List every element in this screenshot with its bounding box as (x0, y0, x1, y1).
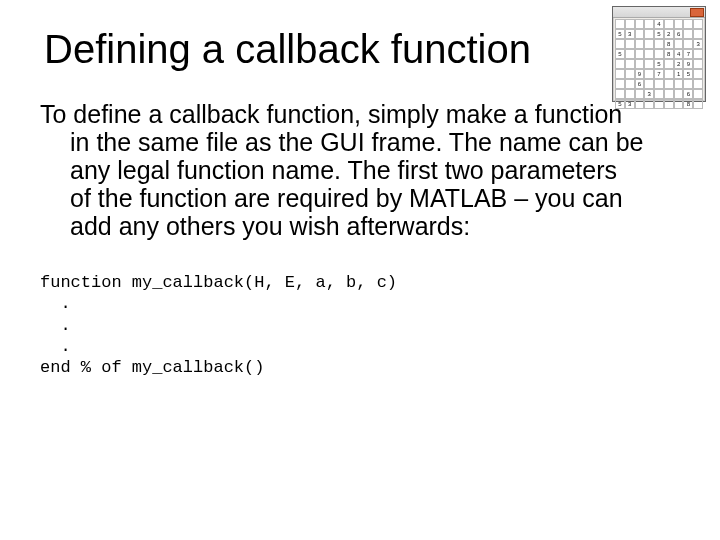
code-line-5: end % of my_callback() (40, 358, 264, 377)
thumbnail-cell (644, 19, 654, 29)
slide: 4535268358475299715636538 Defining a cal… (0, 0, 720, 540)
sudoku-thumbnail: 4535268358475299715636538 (612, 6, 706, 102)
thumbnail-cell (664, 89, 674, 99)
code-line-2: . (40, 294, 71, 313)
thumbnail-cell (664, 99, 674, 109)
thumbnail-cell (674, 99, 684, 109)
thumbnail-cell (644, 59, 654, 69)
thumbnail-cell (693, 29, 703, 39)
thumbnail-cell (625, 69, 635, 79)
thumbnail-cell: 5 (683, 69, 693, 79)
thumbnail-cell: 8 (664, 39, 674, 49)
thumbnail-cell (644, 99, 654, 109)
thumbnail-grid: 4535268358475299715636538 (615, 19, 703, 99)
thumbnail-cell: 3 (625, 29, 635, 39)
code-line-4: . (40, 337, 71, 356)
thumbnail-cell (615, 19, 625, 29)
thumbnail-cell (674, 79, 684, 89)
code-line-3: . (40, 316, 71, 335)
thumbnail-cell (683, 79, 693, 89)
thumbnail-cell: 1 (674, 69, 684, 79)
thumbnail-cell: 9 (635, 69, 645, 79)
thumbnail-cell (654, 39, 664, 49)
body-paragraph: To define a callback function, simply ma… (40, 100, 644, 240)
thumbnail-cell (674, 89, 684, 99)
thumbnail-cell: 6 (683, 89, 693, 99)
thumbnail-cell (635, 49, 645, 59)
thumbnail-cell (654, 49, 664, 59)
thumbnail-cell: 5 (654, 29, 664, 39)
thumbnail-cell (635, 29, 645, 39)
thumbnail-cell: 6 (674, 29, 684, 39)
thumbnail-cell (674, 39, 684, 49)
thumbnail-cell (635, 19, 645, 29)
thumbnail-cell: 8 (664, 49, 674, 59)
slide-title: Defining a callback function (44, 28, 684, 70)
thumbnail-cell: 2 (674, 59, 684, 69)
thumbnail-cell (644, 29, 654, 39)
thumbnail-cell: 8 (683, 99, 693, 109)
thumbnail-cell (615, 59, 625, 69)
thumbnail-cell (625, 59, 635, 69)
thumbnail-cell (625, 49, 635, 59)
thumbnail-cell (615, 89, 625, 99)
thumbnail-cell (693, 79, 703, 89)
thumbnail-cell (674, 19, 684, 29)
thumbnail-cell: 4 (674, 49, 684, 59)
thumbnail-cell (615, 39, 625, 49)
thumbnail-cell (683, 39, 693, 49)
thumbnail-cell: 6 (635, 79, 645, 89)
close-icon (690, 8, 704, 17)
thumbnail-cell: 3 (693, 39, 703, 49)
thumbnail-cell (644, 39, 654, 49)
thumbnail-cell (664, 69, 674, 79)
thumbnail-cell (625, 19, 635, 29)
thumbnail-cell (693, 89, 703, 99)
thumbnail-cell (635, 39, 645, 49)
thumbnail-cell: 3 (644, 89, 654, 99)
body-paragraph-text: To define a callback function, simply ma… (40, 100, 644, 240)
thumbnail-cell (644, 69, 654, 79)
thumbnail-cell: 3 (625, 99, 635, 109)
thumbnail-cell (615, 79, 625, 89)
thumbnail-cell (654, 79, 664, 89)
thumbnail-cell (644, 79, 654, 89)
thumbnail-cell (693, 99, 703, 109)
thumbnail-cell (625, 89, 635, 99)
thumbnail-cell (664, 79, 674, 89)
thumbnail-cell: 5 (615, 49, 625, 59)
thumbnail-cell (664, 59, 674, 69)
thumbnail-cell (654, 89, 664, 99)
thumbnail-cell: 7 (683, 49, 693, 59)
thumbnail-cell: 7 (654, 69, 664, 79)
thumbnail-cell (693, 59, 703, 69)
thumbnail-cell: 4 (654, 19, 664, 29)
thumbnail-cell (644, 49, 654, 59)
thumbnail-titlebar (613, 7, 705, 18)
thumbnail-cell (693, 19, 703, 29)
thumbnail-cell (625, 39, 635, 49)
thumbnail-cell (635, 99, 645, 109)
thumbnail-cell (683, 29, 693, 39)
thumbnail-cell (635, 89, 645, 99)
code-block: function my_callback(H, E, a, b, c) . . … (40, 272, 684, 378)
code-line-1: function my_callback(H, E, a, b, c) (40, 273, 397, 292)
thumbnail-cell (635, 59, 645, 69)
thumbnail-cell: 5 (615, 99, 625, 109)
thumbnail-cell (693, 49, 703, 59)
thumbnail-cell: 2 (664, 29, 674, 39)
thumbnail-cell (615, 69, 625, 79)
thumbnail-cell: 5 (615, 29, 625, 39)
thumbnail-cell: 5 (654, 59, 664, 69)
thumbnail-cell (683, 19, 693, 29)
thumbnail-cell (664, 19, 674, 29)
thumbnail-cell (625, 79, 635, 89)
thumbnail-cell: 9 (683, 59, 693, 69)
thumbnail-cell (654, 99, 664, 109)
thumbnail-cell (693, 69, 703, 79)
